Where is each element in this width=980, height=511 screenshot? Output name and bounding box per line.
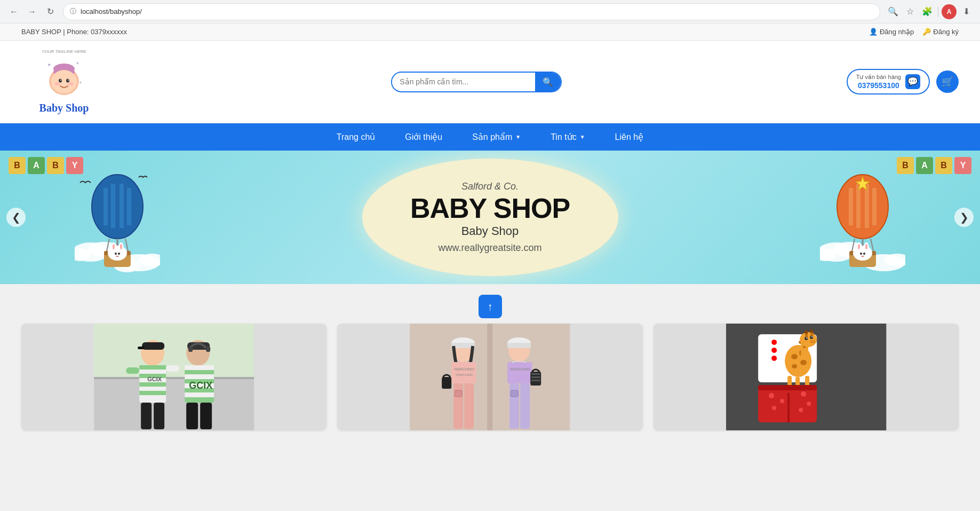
svg-point-9: [66, 79, 69, 83]
svg-rect-68: [141, 403, 152, 429]
svg-point-113: [771, 348, 777, 353]
svg-point-130: [806, 337, 807, 339]
auth-links: 👤 Đăng nhập 🔑 Đăng ký: [869, 28, 959, 36]
register-icon: 🔑: [922, 28, 931, 36]
banner-title: BABY SHOP: [410, 194, 570, 222]
svg-text:✦: ✦: [47, 62, 51, 68]
nav-home-label: Trang chủ: [337, 132, 376, 142]
login-label: Đăng nhập: [880, 28, 914, 36]
products-dropdown-arrow: ▼: [515, 134, 521, 140]
login-icon: 👤: [869, 28, 878, 36]
banner-url: www.reallygreatsite.com: [438, 242, 541, 254]
carousel-prev-button[interactable]: ❮: [6, 208, 26, 227]
browser-chrome: ← → ↻ ⓘ localhost/babyshop/ 🔍 ☆ 🧩 A ⬇: [0, 0, 980, 23]
search-icon[interactable]: 🔍: [886, 4, 901, 19]
nav-about-label: Giới thiệu: [405, 132, 442, 142]
product-card-2[interactable]: FAIRCHIND FAIRCHIND: [337, 324, 642, 430]
search-input[interactable]: [392, 73, 535, 90]
carousel-next-button[interactable]: ❯: [954, 208, 974, 227]
nav-item-products[interactable]: Sản phẩm ▼: [457, 123, 536, 151]
browser-right-icons: 🔍 ☆ 🧩 A ⬇: [886, 4, 974, 19]
svg-point-50: [858, 244, 860, 249]
product-image-1: GCIX: [21, 324, 326, 430]
right-balloon-svg: [820, 161, 905, 279]
url-text: localhost/babyshop/: [81, 7, 142, 15]
svg-rect-59: [138, 347, 144, 349]
forward-button[interactable]: →: [25, 4, 39, 19]
nav-item-news[interactable]: Tin tức ▼: [536, 123, 600, 151]
lock-icon: ⓘ: [70, 7, 76, 16]
banner-tagline: Baby Shop: [461, 224, 519, 238]
svg-rect-98: [507, 362, 532, 383]
svg-point-10: [60, 80, 61, 81]
banner-subtitle: Salford & Co.: [461, 181, 519, 192]
svg-point-132: [810, 340, 815, 343]
svg-text:FAIRCHIND: FAIRCHIND: [454, 367, 474, 371]
product2-illustration: FAIRCHIND FAIRCHIND: [337, 324, 642, 430]
register-link[interactable]: 🔑 Đăng ký: [922, 28, 959, 36]
address-bar[interactable]: ⓘ localhost/babyshop/: [63, 3, 880, 20]
svg-rect-97: [507, 343, 531, 348]
svg-rect-101: [520, 383, 530, 429]
svg-rect-94: [442, 377, 451, 389]
product-image-2: FAIRCHIND FAIRCHIND: [337, 324, 642, 430]
svg-text:FAIRCHIND: FAIRCHIND: [456, 373, 473, 376]
banner-section: B A B Y B A B Y: [0, 151, 980, 284]
svg-point-11: [68, 80, 69, 81]
avatar[interactable]: A: [942, 4, 957, 19]
consult-button[interactable]: Tư vấn bán hàng 0379553100 💬: [847, 69, 930, 95]
svg-rect-67: [166, 365, 179, 372]
svg-point-129: [810, 336, 813, 339]
svg-point-126: [804, 331, 808, 334]
extensions-icon[interactable]: 🧩: [920, 4, 935, 19]
svg-point-112: [771, 340, 777, 345]
svg-text:✦: ✦: [76, 61, 79, 66]
block-b2: B: [47, 157, 64, 174]
search-button[interactable]: 🔍: [535, 73, 561, 91]
svg-point-116: [791, 354, 798, 359]
cart-button[interactable]: 🛒: [936, 70, 959, 93]
svg-rect-110: [763, 334, 773, 342]
shop-info: BABY SHOP | Phone: 0379xxxxxx: [21, 28, 127, 36]
svg-rect-73: [185, 365, 214, 370]
main-nav: Trang chủ Giới thiệu Sản phẩm ▼ Tin tức …: [0, 123, 980, 151]
scroll-top-button[interactable]: ↑: [479, 295, 502, 318]
product-card-3[interactable]: [654, 324, 959, 430]
svg-rect-58: [142, 342, 164, 350]
products-grid: GCIX: [21, 324, 959, 430]
nav-item-contact[interactable]: Liên hệ: [600, 123, 659, 151]
block-a1: A: [28, 157, 45, 174]
svg-text:✦: ✦: [79, 81, 82, 84]
back-button[interactable]: ←: [6, 4, 21, 19]
svg-point-140: [772, 406, 776, 410]
header-right: Tư vấn bán hàng 0379553100 💬 🛒: [847, 69, 959, 95]
reload-button[interactable]: ↻: [43, 4, 58, 19]
nav-item-home[interactable]: Trang chủ: [322, 123, 391, 151]
balloon-left: [75, 161, 160, 281]
products-section: ↑: [0, 284, 980, 452]
nav-item-about[interactable]: Giới thiệu: [390, 123, 457, 151]
svg-rect-78: [186, 403, 198, 429]
svg-rect-56: [94, 377, 254, 379]
divider: [938, 6, 938, 17]
svg-rect-69: [154, 403, 164, 429]
block-b1: B: [9, 157, 26, 174]
consult-text: Tư vấn bán hàng 0379553100: [856, 73, 901, 90]
svg-rect-92: [464, 383, 474, 429]
svg-point-139: [780, 399, 784, 403]
product-image-3: [654, 324, 959, 430]
banner-content: B A B Y B A B Y: [0, 151, 980, 284]
svg-point-27: [108, 246, 127, 261]
product-card-1[interactable]: GCIX: [21, 324, 326, 430]
bookmark-icon[interactable]: ☆: [903, 4, 918, 19]
svg-point-13: [68, 82, 74, 85]
consult-label: Tư vấn bán hàng: [856, 73, 901, 81]
login-link[interactable]: 👤 Đăng nhập: [869, 28, 914, 36]
top-info-bar: BABY SHOP | Phone: 0379xxxxxx 👤 Đăng nhậ…: [0, 23, 980, 41]
browser-nav-buttons: ← → ↻: [6, 4, 58, 19]
download-icon[interactable]: ⬇: [959, 4, 974, 19]
svg-point-51: [865, 244, 867, 249]
logo-area[interactable]: YOUR TAGLINE HERE ✦ ✦ ✦: [21, 49, 107, 114]
block-y2: Y: [954, 157, 971, 174]
svg-point-7: [51, 70, 77, 93]
